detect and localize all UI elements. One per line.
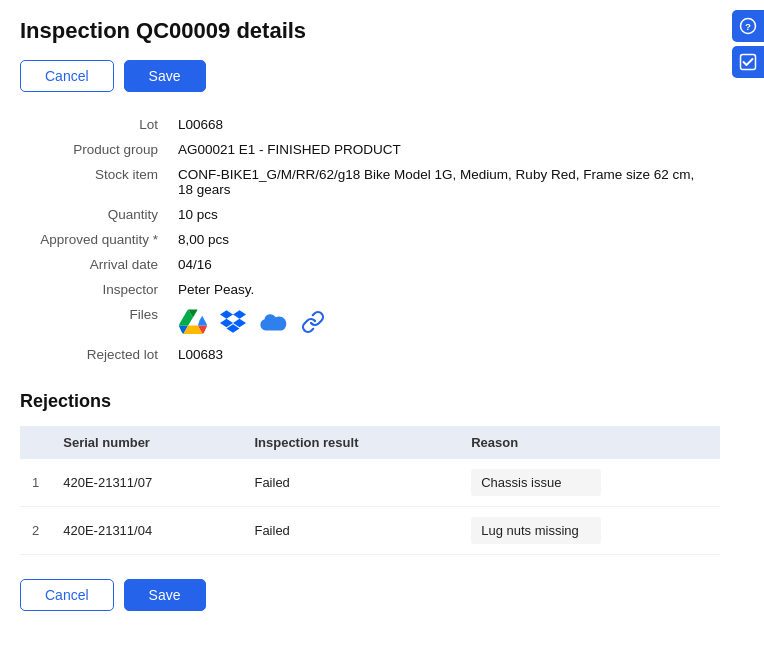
rejections-title: Rejections [20, 391, 720, 412]
rejected-lot-value: L00683 [170, 342, 720, 367]
table-row: 1 420E-21311/07 Failed Chassis issue [20, 459, 720, 507]
lot-label: Lot [20, 112, 170, 137]
files-cell [170, 302, 720, 342]
quantity-value: 10 pcs [170, 202, 720, 227]
product-group-label: Product group [20, 137, 170, 162]
corner-icons: ? [732, 10, 764, 78]
rejected-lot-label: Rejected lot [20, 342, 170, 367]
arrival-date-label: Arrival date [20, 252, 170, 277]
arrival-date-value: 04/16 [170, 252, 720, 277]
question-icon: ? [739, 17, 757, 35]
page-title: Inspection QC00009 details [20, 18, 720, 44]
row-reason: Lug nuts missing [459, 507, 720, 555]
row-num: 1 [20, 459, 51, 507]
col-result: Inspection result [242, 426, 459, 459]
stock-item-value: CONF-BIKE1_G/M/RR/62/g18 Bike Model 1G, … [170, 162, 720, 202]
rejections-header-row: Serial number Inspection result Reason [20, 426, 720, 459]
inspector-value: Peter Peasy. [170, 277, 720, 302]
files-label: Files [20, 302, 170, 342]
files-row: Files [20, 302, 720, 342]
google-drive-icon[interactable] [178, 307, 208, 337]
quantity-label: Quantity [20, 202, 170, 227]
row-num: 2 [20, 507, 51, 555]
dropbox-icon[interactable] [218, 307, 248, 337]
col-serial: Serial number [51, 426, 242, 459]
row-result: Failed [242, 459, 459, 507]
main-content: Inspection QC00009 details Cancel Save L… [0, 0, 740, 651]
inspector-label: Inspector [20, 277, 170, 302]
stock-item-row: Stock item CONF-BIKE1_G/M/RR/62/g18 Bike… [20, 162, 720, 202]
checkmark-icon [739, 53, 757, 71]
arrival-date-row: Arrival date 04/16 [20, 252, 720, 277]
row-reason: Chassis issue [459, 459, 720, 507]
lot-value: L00668 [170, 112, 720, 137]
svg-text:?: ? [745, 21, 751, 32]
files-icons [178, 307, 712, 337]
top-save-button[interactable]: Save [124, 60, 206, 92]
approved-quantity-row: Approved quantity * 8,00 pcs [20, 227, 720, 252]
icloud-icon[interactable] [258, 307, 288, 337]
col-reason: Reason [459, 426, 720, 459]
top-btn-row: Cancel Save [20, 60, 720, 92]
product-group-value: AG00021 E1 - FINISHED PRODUCT [170, 137, 720, 162]
approved-quantity-label: Approved quantity * [20, 227, 170, 252]
bottom-btn-row: Cancel Save [20, 579, 720, 611]
bottom-save-button[interactable]: Save [124, 579, 206, 611]
stock-item-label: Stock item [20, 162, 170, 202]
link-icon[interactable] [298, 307, 328, 337]
inspector-row: Inspector Peter Peasy. [20, 277, 720, 302]
detail-table: Lot L00668 Product group AG00021 E1 - FI… [20, 112, 720, 367]
row-result: Failed [242, 507, 459, 555]
rejections-table: Serial number Inspection result Reason 1… [20, 426, 720, 555]
lot-row: Lot L00668 [20, 112, 720, 137]
help-icon-button[interactable]: ? [732, 10, 764, 42]
bottom-cancel-button[interactable]: Cancel [20, 579, 114, 611]
approved-quantity-value: 8,00 pcs [170, 227, 720, 252]
top-cancel-button[interactable]: Cancel [20, 60, 114, 92]
rejected-lot-row: Rejected lot L00683 [20, 342, 720, 367]
product-group-row: Product group AG00021 E1 - FINISHED PROD… [20, 137, 720, 162]
row-serial: 420E-21311/04 [51, 507, 242, 555]
confirm-icon-button[interactable] [732, 46, 764, 78]
row-serial: 420E-21311/07 [51, 459, 242, 507]
col-num [20, 426, 51, 459]
quantity-row: Quantity 10 pcs [20, 202, 720, 227]
table-row: 2 420E-21311/04 Failed Lug nuts missing [20, 507, 720, 555]
